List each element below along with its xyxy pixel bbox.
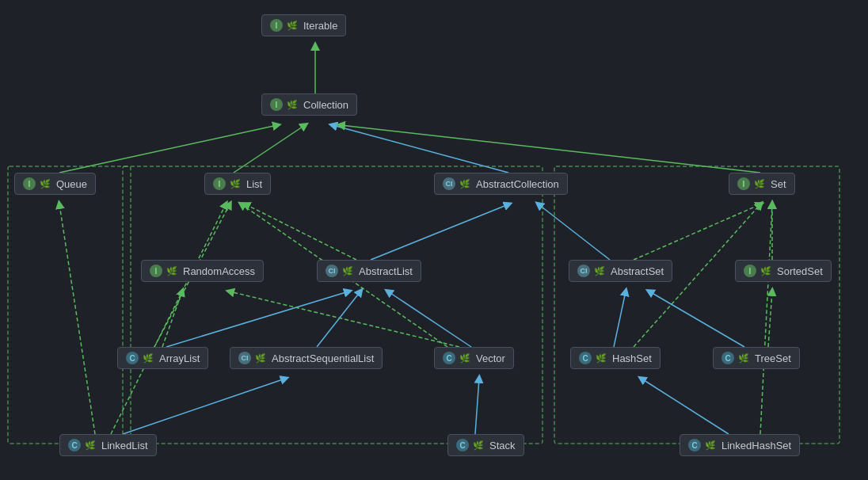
svg-line-26 xyxy=(111,204,226,434)
connections-svg xyxy=(0,0,868,480)
node-label: AbstractSet xyxy=(611,265,664,277)
class-icon: C xyxy=(68,439,81,451)
node-list[interactable]: I 🌿 List xyxy=(204,173,271,195)
svg-line-9 xyxy=(246,204,356,260)
node-abstractlist[interactable]: CI 🌿 AbstractList xyxy=(317,260,421,282)
node-queue[interactable]: I 🌿 Queue xyxy=(14,173,96,195)
svg-line-28 xyxy=(641,379,729,434)
svg-line-14 xyxy=(162,291,182,347)
node-label: TreeSet xyxy=(755,352,791,364)
interface-icon: I xyxy=(737,177,750,190)
leaf-icon: 🌿 xyxy=(473,440,484,451)
node-label: Set xyxy=(771,178,786,190)
leaf-icon: 🌿 xyxy=(754,179,765,189)
leaf-icon: 🌿 xyxy=(459,353,470,364)
node-abstractcollection[interactable]: CI 🌿 AbstractCollection xyxy=(434,173,568,195)
svg-line-16 xyxy=(317,291,360,347)
class-icon: C xyxy=(721,352,734,364)
abstract-class-icon: CI xyxy=(238,352,251,364)
node-label: AbstractCollection xyxy=(476,178,559,190)
svg-line-4 xyxy=(59,125,277,173)
svg-rect-32 xyxy=(554,166,839,444)
node-label: LinkedHashSet xyxy=(721,440,791,451)
node-sortedset[interactable]: I 🌿 SortedSet xyxy=(735,260,832,282)
class-diagram: I 🌿 Iterable I 🌿 Collection I 🌿 Queue I … xyxy=(0,0,868,480)
leaf-icon: 🌿 xyxy=(143,353,154,364)
svg-line-20 xyxy=(614,291,626,347)
node-label: Stack xyxy=(489,440,516,451)
node-vector[interactable]: C 🌿 Vector xyxy=(434,347,514,369)
node-treeset[interactable]: C 🌿 TreeSet xyxy=(713,347,800,369)
svg-line-6 xyxy=(333,125,508,173)
leaf-icon: 🌿 xyxy=(85,440,96,451)
leaf-icon: 🌿 xyxy=(594,266,605,276)
node-label: SortedSet xyxy=(777,265,823,277)
node-label: LinkedList xyxy=(101,440,148,451)
abstract-class-icon: CI xyxy=(577,265,590,277)
node-arraylist[interactable]: C 🌿 ArrayList xyxy=(117,347,208,369)
node-label: HashSet xyxy=(612,352,652,364)
leaf-icon: 🌿 xyxy=(705,440,716,451)
node-hashset[interactable]: C 🌿 HashSet xyxy=(570,347,661,369)
class-icon: C xyxy=(456,439,469,451)
svg-line-10 xyxy=(539,204,610,260)
svg-line-7 xyxy=(341,125,760,173)
svg-line-22 xyxy=(649,291,744,347)
node-stack[interactable]: C 🌿 Stack xyxy=(447,434,524,456)
node-abstractsequentiallist[interactable]: CI 🌿 AbstractSequentialList xyxy=(230,347,383,369)
abstract-class-icon: CI xyxy=(443,177,455,190)
leaf-icon: 🌿 xyxy=(738,353,749,364)
node-label: AbstractSequentialList xyxy=(272,352,374,364)
svg-rect-30 xyxy=(8,166,131,444)
interface-icon: I xyxy=(23,177,36,190)
svg-line-5 xyxy=(234,125,305,173)
interface-icon: I xyxy=(150,265,162,277)
interface-icon: I xyxy=(270,19,283,32)
node-label: AbstractList xyxy=(359,265,413,277)
node-label: ArrayList xyxy=(159,352,200,364)
node-linkedhashset[interactable]: C 🌿 LinkedHashSet xyxy=(680,434,800,456)
node-label: Vector xyxy=(476,352,505,364)
svg-line-29 xyxy=(760,204,772,434)
svg-line-11 xyxy=(634,204,760,260)
node-label: Collection xyxy=(303,99,348,111)
node-collection[interactable]: I 🌿 Collection xyxy=(261,93,357,116)
svg-line-17 xyxy=(388,291,471,347)
node-label: Iterable xyxy=(303,20,337,32)
class-icon: C xyxy=(443,352,455,364)
node-set[interactable]: I 🌿 Set xyxy=(729,173,795,195)
svg-line-13 xyxy=(166,291,348,347)
svg-line-24 xyxy=(123,379,285,434)
leaf-icon: 🌿 xyxy=(287,21,298,31)
svg-rect-31 xyxy=(123,166,542,444)
svg-line-27 xyxy=(475,379,479,434)
abstract-class-icon: CI xyxy=(326,265,338,277)
node-linkedlist[interactable]: C 🌿 LinkedList xyxy=(59,434,157,456)
class-icon: C xyxy=(579,352,592,364)
leaf-icon: 🌿 xyxy=(255,353,266,364)
leaf-icon: 🌿 xyxy=(459,179,470,189)
node-label: List xyxy=(246,178,262,190)
interface-icon: I xyxy=(270,98,283,111)
interface-icon: I xyxy=(744,265,756,277)
svg-line-18 xyxy=(230,291,459,347)
node-abstractset[interactable]: CI 🌿 AbstractSet xyxy=(569,260,672,282)
node-label: Queue xyxy=(56,178,87,190)
svg-line-8 xyxy=(371,204,508,260)
leaf-icon: 🌿 xyxy=(40,179,51,189)
node-label: RandomAccess xyxy=(183,265,255,277)
leaf-icon: 🌿 xyxy=(342,266,353,276)
leaf-icon: 🌿 xyxy=(760,266,771,276)
leaf-icon: 🌿 xyxy=(166,266,177,276)
svg-line-25 xyxy=(59,204,95,434)
svg-line-23 xyxy=(768,291,772,347)
node-iterable[interactable]: I 🌿 Iterable xyxy=(261,14,346,36)
leaf-icon: 🌿 xyxy=(230,179,241,189)
class-icon: C xyxy=(126,352,139,364)
class-icon: C xyxy=(688,439,701,451)
node-randomaccess[interactable]: I 🌿 RandomAccess xyxy=(141,260,264,282)
leaf-icon: 🌿 xyxy=(596,353,607,364)
interface-icon: I xyxy=(213,177,226,190)
leaf-icon: 🌿 xyxy=(287,100,298,110)
